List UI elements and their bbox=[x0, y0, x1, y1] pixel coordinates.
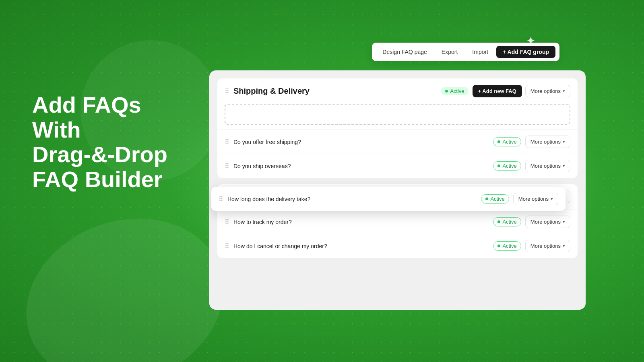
drag-handle-dragging[interactable]: ⠿ bbox=[219, 195, 223, 203]
badge-dot-item2 bbox=[497, 140, 500, 143]
faq-status-dragging: Active bbox=[481, 194, 509, 204]
group-status-shipping: Active bbox=[441, 87, 468, 95]
drag-handle-track[interactable]: ⠿ bbox=[225, 218, 229, 226]
more-options-button-item2[interactable]: More options ▾ bbox=[525, 136, 570, 148]
more-options-button-dragging[interactable]: More options ▾ bbox=[513, 193, 558, 205]
chevron-down-icon-dragging: ▾ bbox=[551, 196, 553, 202]
drag-handle-shipping[interactable]: ⠿ bbox=[225, 87, 229, 95]
badge-dot-dragging bbox=[485, 197, 488, 200]
drag-handle-item3[interactable]: ⠿ bbox=[225, 162, 229, 170]
group-header-shipping: ⠿ Shipping & Delivery Active + Add new F… bbox=[217, 78, 578, 104]
faq-question-item2: Do you offer free shipping? bbox=[233, 139, 489, 145]
more-options-button-shipping[interactable]: More options ▾ bbox=[525, 85, 570, 97]
import-button[interactable]: Import bbox=[466, 46, 495, 58]
chevron-down-icon: ▾ bbox=[563, 88, 565, 94]
badge-dot-shipping bbox=[445, 90, 448, 93]
export-button[interactable]: Export bbox=[435, 46, 464, 58]
badge-dot-item3 bbox=[497, 165, 500, 167]
faq-item-free-shipping: ⠿ Do you offer free shipping? Active Mor… bbox=[217, 130, 578, 154]
more-options-button-track[interactable]: More options ▾ bbox=[525, 216, 570, 228]
faq-group-shipping: ⠿ Shipping & Delivery Active + Add new F… bbox=[217, 78, 578, 178]
add-faq-group-button[interactable]: + Add FAQ group bbox=[496, 46, 555, 58]
more-options-button-cancel[interactable]: More options ▾ bbox=[525, 240, 570, 252]
hero-text: Add FAQs With Drag-&-Drop FAQ Builder bbox=[32, 93, 167, 191]
chevron-down-icon-cancel: ▾ bbox=[563, 243, 565, 249]
group-header-actions-shipping: + Add new FAQ More options ▾ bbox=[473, 85, 570, 97]
faq-question-cancel: How do I cancel or change my order? bbox=[233, 243, 489, 249]
faq-status-item2: Active bbox=[493, 137, 521, 146]
badge-dot-track bbox=[497, 220, 500, 223]
faq-status-item3: Active bbox=[493, 161, 521, 171]
group-title-shipping: Shipping & Delivery bbox=[233, 86, 437, 96]
more-options-button-item3[interactable]: More options ▾ bbox=[525, 160, 570, 172]
faq-item-overseas: ⠿ Do you ship overseas? Active More opti… bbox=[217, 154, 578, 178]
faq-question-dragging: How long does the delivery take? bbox=[227, 196, 477, 202]
dragging-faq-item: ⠿ How long does the delivery take? Activ… bbox=[211, 187, 566, 211]
faq-item-cancel-order: ⠿ How do I cancel or change my order? Ac… bbox=[217, 234, 578, 258]
faq-status-cancel: Active bbox=[493, 241, 521, 251]
faq-status-track: Active bbox=[493, 217, 521, 226]
add-faq-button-shipping[interactable]: + Add new FAQ bbox=[473, 85, 522, 97]
chevron-down-icon-item3: ▾ bbox=[563, 163, 565, 169]
faq-item-track-order: ⠿ How to track my order? Active More opt… bbox=[217, 210, 578, 234]
drag-handle-cancel[interactable]: ⠿ bbox=[225, 242, 229, 250]
chevron-down-icon-track: ▾ bbox=[563, 219, 565, 224]
chevron-down-icon-item2: ▾ bbox=[563, 139, 565, 144]
drag-handle-item2[interactable]: ⠿ bbox=[225, 138, 229, 146]
main-panel: ⠿ Shipping & Delivery Active + Add new F… bbox=[209, 70, 586, 310]
faq-question-item3: Do you ship overseas? bbox=[233, 163, 489, 169]
faq-question-track: How to track my order? bbox=[233, 219, 489, 225]
badge-dot-cancel bbox=[497, 245, 500, 247]
drop-placeholder bbox=[225, 104, 570, 125]
design-faq-page-button[interactable]: Design FAQ page bbox=[376, 46, 433, 58]
toolbar: Design FAQ page Export Import + Add FAQ … bbox=[372, 43, 559, 61]
